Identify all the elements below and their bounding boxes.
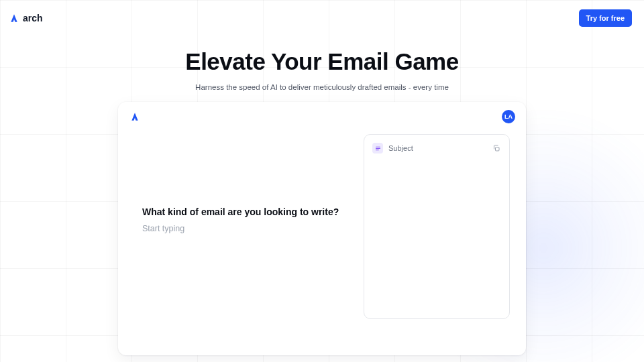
copy-button[interactable] (492, 143, 501, 153)
copy-icon (492, 144, 500, 152)
try-for-free-button[interactable]: Try for free (579, 9, 632, 27)
panel-body: What kind of email are you looking to wr… (118, 129, 526, 355)
hero-subtitle: Harness the speed of AI to deliver metic… (0, 83, 644, 91)
subject-icon (372, 143, 383, 154)
prompt-input[interactable] (142, 224, 347, 233)
hero-section: Elevate Your Email Game Harness the spee… (0, 48, 644, 91)
svg-rect-0 (496, 147, 500, 152)
brand-logo[interactable]: arch (9, 13, 43, 23)
preview-area: Subject (364, 134, 510, 339)
prompt-area: What kind of email are you looking to wr… (142, 134, 347, 339)
panel-brand-mark-icon (130, 112, 140, 121)
user-avatar[interactable]: LA (502, 110, 515, 123)
prompt-question: What kind of email are you looking to wr… (142, 206, 347, 217)
preview-header: Subject (364, 135, 509, 160)
panel-header: LA (118, 102, 526, 129)
hero-title: Elevate Your Email Game (0, 48, 644, 75)
email-preview-card: Subject (364, 134, 510, 319)
site-header: arch Try for free (0, 0, 644, 36)
app-panel: LA What kind of email are you looking to… (118, 102, 526, 355)
preview-subject-label: Subject (388, 144, 486, 152)
brand-mark-icon (9, 13, 19, 23)
brand-name: arch (23, 13, 43, 23)
